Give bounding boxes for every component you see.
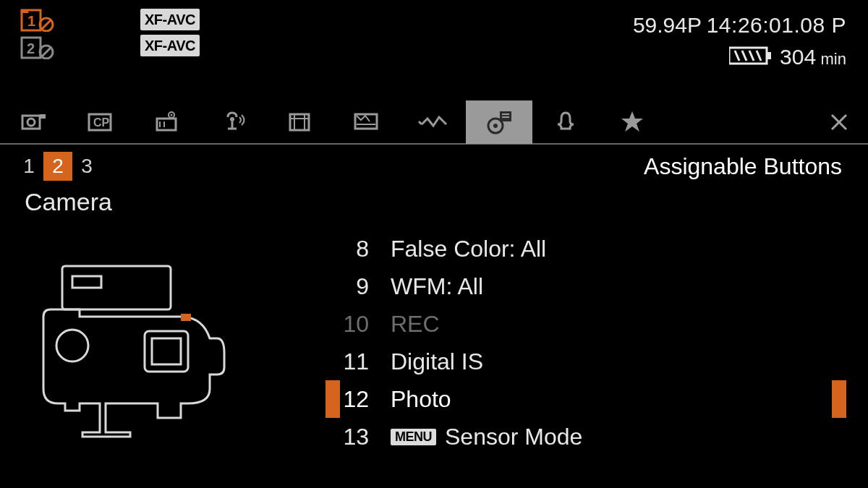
item-number: 8 (326, 236, 391, 262)
list-item[interactable]: 9 WFM: All (326, 267, 846, 305)
item-label: WFM: All (391, 273, 483, 300)
svg-point-24 (230, 117, 234, 121)
tab-system-icon[interactable] (532, 100, 599, 144)
svg-text:CP: CP (93, 116, 110, 129)
codec-badge-1: XF-AVC (140, 9, 200, 30)
svg-rect-25 (290, 114, 309, 130)
svg-text:2: 2 (27, 40, 35, 56)
list-item[interactable]: 13 MENU Sensor Mode (326, 418, 846, 455)
tab-camera-icon[interactable] (0, 100, 67, 144)
item-number: 13 (326, 424, 391, 450)
svg-point-15 (27, 119, 35, 126)
card-slot-1-disabled-icon: 1 (20, 9, 55, 32)
card-slot-2-disabled-icon: 2 (20, 36, 55, 59)
item-label: Digital IS (391, 348, 483, 375)
svg-text:1: 1 (27, 13, 35, 29)
tab-monitoring-icon[interactable] (266, 100, 333, 144)
item-number: 10 (326, 311, 391, 338)
page-tab-2[interactable]: 2 (43, 152, 72, 181)
svg-line-7 (42, 48, 51, 56)
svg-line-3 (42, 20, 51, 29)
svg-line-13 (757, 51, 761, 61)
tab-audio-icon[interactable] (200, 100, 266, 144)
item-label: Sensor Mode (445, 424, 582, 450)
page-tabs: 1 2 3 (14, 152, 101, 181)
tab-my-menu-icon[interactable] (599, 100, 665, 144)
close-menu-button[interactable] (810, 111, 868, 134)
menu-badge: MENU (391, 429, 436, 445)
list-item[interactable]: 11 Digital IS (326, 343, 846, 380)
card-slot-icons: 1 2 (20, 9, 55, 59)
svg-point-32 (493, 124, 498, 128)
assignable-button-list: 8 False Color: All 9 WFM: All 10 REC 11 … (326, 230, 846, 455)
svg-rect-39 (72, 276, 101, 288)
tab-network-icon[interactable] (399, 100, 466, 144)
svg-rect-8 (729, 48, 767, 64)
svg-point-21 (171, 114, 173, 116)
item-label: False Color: All (391, 236, 546, 262)
selection-bracket-left (326, 380, 340, 418)
framerate-display: 59.94P (633, 13, 702, 38)
tab-assistance-icon[interactable] (333, 100, 399, 144)
svg-point-40 (56, 330, 88, 361)
svg-rect-42 (152, 338, 181, 364)
camera-top-view-illustration (36, 259, 282, 447)
battery-time-value: 304 (780, 45, 816, 69)
item-label: REC (391, 311, 440, 338)
tab-custom-picture-icon[interactable]: CP (67, 100, 133, 144)
svg-rect-16 (40, 114, 46, 119)
sub-header: 1 2 3 Assignable Buttons (0, 149, 868, 184)
svg-rect-9 (767, 52, 771, 59)
top-right-status: 59.94P 14:26:01.08 P 304 min (707, 13, 846, 69)
svg-line-10 (735, 51, 739, 61)
item-number: 11 (326, 348, 391, 375)
svg-rect-43 (181, 314, 191, 321)
item-number: 9 (326, 273, 391, 300)
selection-bracket-right (832, 380, 846, 418)
top-status-bar: 1 2 XF-AVC XF-AVC 59.94P 14:26:01.08 P 3… (0, 0, 868, 69)
list-item: 10 REC (326, 305, 846, 343)
codec-badges: XF-AVC XF-AVC (140, 9, 200, 56)
battery-status: 304 min (707, 45, 846, 69)
battery-time: 304 min (780, 45, 846, 69)
tab-assignable-buttons-icon[interactable] (466, 100, 532, 144)
section-subtitle: Camera (25, 188, 112, 216)
menu-tab-bar: CP (0, 101, 868, 145)
content-area: 8 False Color: All 9 WFM: All 10 REC 11 … (0, 224, 868, 488)
codec-badge-2: XF-AVC (140, 35, 200, 56)
page-tab-3[interactable]: 3 (72, 152, 101, 181)
item-label: Photo (391, 386, 451, 413)
svg-line-11 (742, 51, 746, 61)
list-item-selected[interactable]: 12 Photo (326, 380, 846, 418)
battery-time-unit: min (821, 50, 846, 68)
battery-icon (729, 46, 773, 68)
list-item[interactable]: 8 False Color: All (326, 230, 846, 267)
timecode-display: 14:26:01.08 P (707, 13, 846, 38)
section-title: Assignable Buttons (644, 153, 842, 180)
tab-recording-icon[interactable] (133, 100, 200, 144)
svg-line-12 (749, 51, 754, 61)
page-tab-1[interactable]: 1 (14, 152, 43, 181)
